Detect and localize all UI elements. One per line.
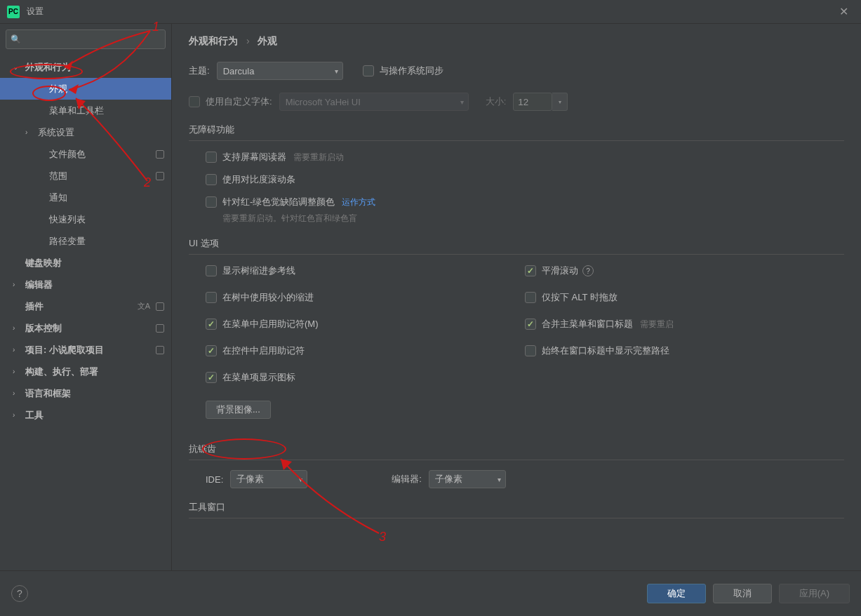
theme-select[interactable]: Darcula xyxy=(217,62,343,80)
mnemonic-ctrl-label: 在控件中启用助记符 xyxy=(222,344,305,357)
sidebar-item[interactable]: ›系统设置 xyxy=(0,121,171,143)
sidebar-item[interactable]: ·外观 xyxy=(0,78,171,100)
app-icon: PC xyxy=(7,6,20,18)
sidebar-item[interactable]: ›项目: 小说爬取项目 xyxy=(0,339,171,361)
apply-button[interactable]: 应用(A) xyxy=(779,584,850,603)
contrast-scroll-checkbox[interactable] xyxy=(206,174,217,185)
sidebar-item-label: 语言和框架 xyxy=(25,387,71,400)
custom-font-checkbox[interactable] xyxy=(189,96,200,107)
merge-title-label: 合并主菜单和窗口标题 xyxy=(542,318,633,330)
window-title: 设置 xyxy=(27,6,834,18)
tree-guides-label: 显示树缩进参考线 xyxy=(222,265,295,277)
deuteranopia-label: 针对红-绿色觉缺陷调整颜色 xyxy=(222,196,335,208)
chevron-icon: › xyxy=(25,128,35,136)
cancel-label: 取消 xyxy=(733,587,752,600)
project-badge-icon xyxy=(156,302,164,311)
font-select[interactable]: Microsoft YaHei UI xyxy=(279,93,469,111)
alt-drag-checkbox[interactable] xyxy=(525,292,536,303)
screen-reader-checkbox[interactable] xyxy=(206,152,217,163)
sidebar-item-label: 项目: 小说爬取项目 xyxy=(25,344,104,356)
settings-tree: ⌄外观和行为·外观·菜单和工具栏›系统设置·文件颜色·范围·通知·快速列表·路径… xyxy=(0,53,171,570)
sidebar-item[interactable]: ›语言和框架 xyxy=(0,382,171,404)
how-it-works-link[interactable]: 运作方式 xyxy=(342,196,375,208)
sidebar-item-label: 外观和行为 xyxy=(25,61,71,74)
font-size-label: 大小: xyxy=(486,95,507,108)
project-badge-icon xyxy=(156,346,164,354)
menu-icons-checkbox[interactable] xyxy=(206,372,217,383)
sidebar-item[interactable]: ›构建、执行、部署 xyxy=(0,361,171,382)
background-image-button[interactable]: 背景图像... xyxy=(206,401,271,419)
small-indent-checkbox[interactable] xyxy=(206,292,217,303)
search-icon: 🔍 xyxy=(11,34,21,44)
sidebar-item-label: 版本控制 xyxy=(25,322,62,335)
aa-ide-select[interactable]: 子像素 xyxy=(230,470,307,488)
sidebar-item[interactable]: ⌄外观和行为 xyxy=(0,56,171,78)
project-badge-icon xyxy=(156,150,164,159)
sidebar-item-label: 通知 xyxy=(49,192,67,204)
sidebar-item[interactable]: ›版本控制 xyxy=(0,317,171,339)
full-path-label: 始终在窗口标题中显示完整路径 xyxy=(542,344,669,357)
breadcrumb-leaf: 外观 xyxy=(258,35,277,46)
cancel-button[interactable]: 取消 xyxy=(713,584,772,603)
ok-label: 确定 xyxy=(667,587,686,600)
sidebar-item[interactable]: ·范围 xyxy=(0,165,171,187)
section-antialiasing: 抗锯齿 xyxy=(189,443,844,460)
full-path-checkbox[interactable] xyxy=(525,345,536,356)
contrast-scroll-label: 使用对比度滚动条 xyxy=(222,173,295,186)
sidebar-item-label: 快速列表 xyxy=(49,213,86,226)
info-icon[interactable]: ? xyxy=(582,265,594,276)
sidebar-item[interactable]: ·快速列表 xyxy=(0,208,171,230)
sidebar-item-label: 外观 xyxy=(49,83,67,95)
sidebar-item[interactable]: ›编辑器 xyxy=(0,274,171,295)
sidebar-item-label: 工具 xyxy=(25,409,44,422)
sidebar-item-label: 系统设置 xyxy=(38,126,74,139)
smooth-scroll-checkbox[interactable] xyxy=(525,265,536,276)
aa-editor-select[interactable]: 子像素 xyxy=(429,470,506,488)
sidebar-item[interactable]: ›工具 xyxy=(0,404,171,426)
search-input[interactable]: 🔍 xyxy=(6,29,166,49)
sidebar-item[interactable]: ·菜单和工具栏 xyxy=(0,100,171,121)
small-indent-label: 在树中使用较小的缩进 xyxy=(222,291,314,304)
sidebar-item[interactable]: ·插件文A xyxy=(0,295,171,317)
sidebar: 🔍 ⌄外观和行为·外观·菜单和工具栏›系统设置·文件颜色·范围·通知·快速列表·… xyxy=(0,24,172,570)
lang-icon: 文A xyxy=(138,301,150,312)
screen-reader-label: 支持屏幕阅读器 xyxy=(222,151,286,163)
aa-editor-label: 编辑器: xyxy=(392,473,422,486)
aa-editor-value: 子像素 xyxy=(435,473,462,486)
help-button[interactable]: ? xyxy=(11,585,28,602)
sync-os-checkbox[interactable] xyxy=(363,65,374,76)
section-accessibility: 无障碍功能 xyxy=(189,123,844,141)
custom-font-label: 使用自定义字体: xyxy=(206,95,272,108)
font-value: Microsoft YaHei UI xyxy=(286,97,361,107)
sidebar-item[interactable]: ·通知 xyxy=(0,187,171,208)
font-size-spinner[interactable]: ▾ xyxy=(552,93,568,111)
sidebar-item[interactable]: ·键盘映射 xyxy=(0,252,171,274)
breadcrumb-root: 外观和行为 xyxy=(189,35,238,46)
tree-guides-checkbox[interactable] xyxy=(206,265,217,276)
deuteranopia-checkbox[interactable] xyxy=(206,196,217,208)
screen-reader-hint: 需要重新启动 xyxy=(293,152,344,163)
sidebar-item[interactable]: ·路径变量 xyxy=(0,230,171,252)
sidebar-item-label: 编辑器 xyxy=(25,279,53,291)
chevron-icon: › xyxy=(13,389,22,397)
ok-button[interactable]: 确定 xyxy=(647,584,706,603)
apply-label: 应用(A) xyxy=(799,587,829,600)
merge-title-checkbox[interactable] xyxy=(525,319,536,330)
sidebar-item-label: 构建、执行、部署 xyxy=(25,366,98,378)
menu-icons-label: 在菜单项显示图标 xyxy=(222,371,295,384)
sidebar-item-label: 文件颜色 xyxy=(49,148,86,161)
deuteranopia-hint: 需要重新启动。针对红色盲和绿色盲 xyxy=(206,213,844,225)
font-size-input[interactable] xyxy=(513,93,552,111)
background-image-label: 背景图像... xyxy=(216,403,260,416)
sidebar-item[interactable]: ·文件颜色 xyxy=(0,143,171,165)
close-icon[interactable]: ✕ xyxy=(834,2,854,21)
mnemonic-menu-checkbox[interactable] xyxy=(206,319,217,330)
chevron-icon: › xyxy=(13,324,22,332)
sidebar-item-label: 插件 xyxy=(25,300,44,313)
sidebar-item-label: 菜单和工具栏 xyxy=(49,105,104,117)
chevron-icon: › xyxy=(13,346,22,354)
mnemonic-ctrl-checkbox[interactable] xyxy=(206,345,217,356)
chevron-icon: › xyxy=(13,368,22,375)
aa-ide-value: 子像素 xyxy=(236,473,264,486)
sidebar-item-label: 键盘映射 xyxy=(25,257,62,269)
